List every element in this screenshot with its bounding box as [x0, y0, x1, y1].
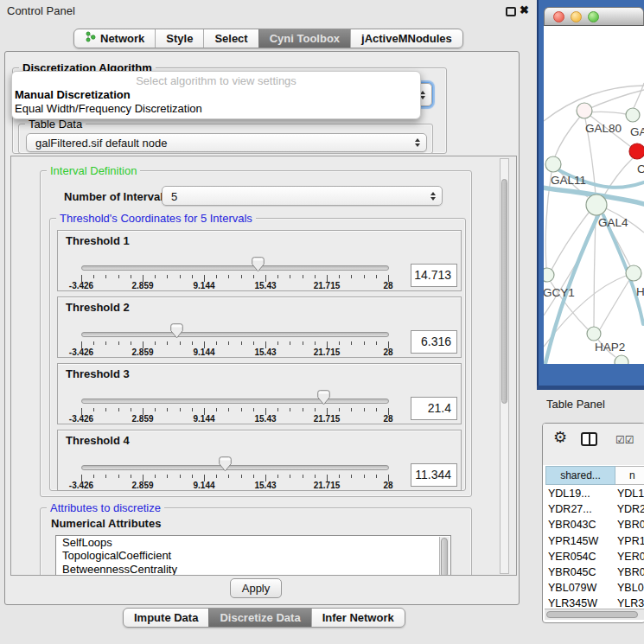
node-label-gcy1: GCY1 [544, 286, 575, 299]
tick-label: -3.426 [62, 348, 100, 357]
slider-track[interactable] [81, 465, 389, 470]
table-body: YDL19...YDL1YDR27...YDR2YBR043CYBR0YPR14… [545, 486, 644, 609]
slider-thumb[interactable] [317, 390, 330, 405]
slider-track[interactable] [81, 332, 389, 337]
tab-impute-data[interactable]: Impute Data [124, 609, 208, 627]
number-of-intervals-combobox[interactable]: 5 [162, 186, 443, 206]
list-scrollbar[interactable] [439, 537, 450, 576]
tick-mark [105, 408, 106, 411]
slider-thumb[interactable] [252, 257, 265, 272]
combo-value: galFiltered.sif default node [35, 137, 167, 150]
column-header-shared-name[interactable]: shared... [545, 466, 615, 485]
tick-mark [351, 275, 352, 278]
scrollbar-thumb[interactable] [441, 538, 448, 576]
tick-mark [131, 275, 131, 278]
node-hap2[interactable] [587, 327, 601, 341]
threshold-value-field[interactable]: 21.4 [411, 397, 457, 420]
tick-label: 9.144 [185, 281, 223, 290]
slider-thumb[interactable] [219, 456, 232, 472]
tick-mark [364, 475, 365, 478]
vertical-scrollbar[interactable] [500, 158, 509, 574]
table-row[interactable]: YDR27...YDR2 [545, 501, 644, 517]
cell-name: YBL0 [615, 580, 644, 596]
tick-mark [364, 341, 365, 345]
close-icon[interactable]: ✖ [520, 3, 529, 16]
slider-track[interactable] [81, 399, 389, 404]
threshold-panel-1: Threshold 1-3.4262.8599.14415.4321.71528… [57, 230, 462, 291]
tick-mark [93, 475, 94, 478]
tick-mark [290, 408, 290, 411]
node-gcy1[interactable] [544, 268, 554, 282]
tab-network[interactable]: Network [74, 29, 155, 48]
split-columns-icon[interactable] [581, 432, 597, 446]
threshold-value-field[interactable]: 6.316 [411, 330, 457, 354]
table-row[interactable]: YER054CYER0 [545, 549, 644, 564]
node-h[interactable] [626, 265, 641, 281]
numerical-attributes-list[interactable]: SelfLoopsTopologicalCoefficientBetweenne… [55, 535, 451, 576]
numerical-attributes-label: Numerical Attributes [51, 517, 161, 530]
tab-discretize-data[interactable]: Discretize Data [208, 609, 310, 627]
node-gal4[interactable] [586, 194, 607, 215]
control-panel-titlebar: Control Panel ✖ [0, 0, 536, 22]
cell-name: YBR0 [615, 564, 644, 580]
table-row[interactable]: YLR345WYLR3 [545, 596, 644, 609]
apply-button[interactable]: Apply [230, 578, 282, 598]
column-header-name[interactable]: n [615, 466, 644, 485]
list-item-topologicalcoefficient[interactable]: TopologicalCoefficient [56, 549, 450, 562]
cell-shared-name: YBR043C [545, 517, 615, 532]
table-data-combobox[interactable]: galFiltered.sif default node [26, 133, 427, 152]
threshold-panel-2: Threshold 2-3.4262.8599.14415.4321.71528… [57, 296, 462, 358]
network-canvas[interactable]: GAL80GACGAL11GAL4GCY1HHAP2 [544, 26, 644, 364]
threshold-value-field[interactable]: 14.713 [411, 264, 457, 287]
network-edge [600, 280, 629, 329]
tick-mark [290, 275, 290, 278]
tick-label: 2.859 [124, 348, 162, 357]
slider-thumb[interactable] [170, 323, 183, 339]
tab-label: Infer Network [322, 609, 394, 627]
tick-mark [315, 408, 316, 411]
tick-mark [93, 275, 94, 278]
tab-select[interactable]: Select [203, 29, 258, 48]
tab-infer-network[interactable]: Infer Network [311, 609, 405, 627]
table-row[interactable]: YBL079WYBL0 [545, 580, 644, 596]
zoom-light[interactable] [588, 11, 599, 22]
close-light[interactable] [553, 11, 564, 22]
tick-mark [241, 408, 242, 411]
node-ga[interactable] [626, 108, 640, 122]
node-unlabeled[interactable] [615, 355, 628, 364]
tick-label: 9.144 [185, 348, 223, 357]
tick-label: 21.715 [308, 281, 346, 290]
tick-mark [303, 408, 303, 411]
minimize-light[interactable] [571, 11, 582, 22]
threshold-value-field[interactable]: 11.344 [411, 463, 457, 487]
node-gal80[interactable] [577, 103, 592, 118]
table-row[interactable]: YBR045CYBR0 [545, 564, 644, 580]
dropdown-option-manual-discretization[interactable]: Manual Discretization [12, 88, 420, 102]
horizontal-scrollbar[interactable] [545, 609, 644, 620]
list-item-selfloops[interactable]: SelfLoops [56, 536, 450, 549]
tick-mark [118, 408, 119, 411]
tick-mark [253, 275, 254, 278]
tab-jactivemnodules[interactable]: jActiveMNodules [350, 29, 462, 48]
float-window-icon[interactable] [506, 7, 516, 16]
scrollbar-thumb[interactable] [501, 179, 507, 404]
table-row[interactable]: YDL19...YDL1 [545, 486, 644, 501]
dropdown-option-equal-width-frequency[interactable]: Equal Width/Frequency Discretization [12, 102, 420, 116]
scrollbar-thumb[interactable] [546, 611, 638, 618]
table-row[interactable]: YBR043CYBR0 [545, 517, 644, 532]
slider-track[interactable] [81, 265, 389, 271]
table-row[interactable]: YPR145WYPR1 [545, 533, 644, 549]
table-data-group: Table Data galFiltered.sif default node [18, 124, 433, 154]
node-c[interactable] [629, 143, 644, 159]
tick-mark [339, 341, 340, 345]
checked-checkbox-icons[interactable]: ☑☑ [615, 434, 634, 446]
tick-mark [253, 475, 254, 478]
node-gal11[interactable] [545, 156, 561, 172]
list-item-betweennesscentrality[interactable]: BetweennessCentrality [56, 563, 450, 576]
tick-mark [93, 408, 94, 411]
tick-mark [192, 275, 193, 278]
tab-cyni-toolbox[interactable]: Cyni Toolbox [258, 29, 350, 48]
gear-icon[interactable]: ⚙ [553, 428, 567, 447]
cell-shared-name: YPR145W [545, 533, 615, 549]
tab-style[interactable]: Style [155, 29, 203, 48]
